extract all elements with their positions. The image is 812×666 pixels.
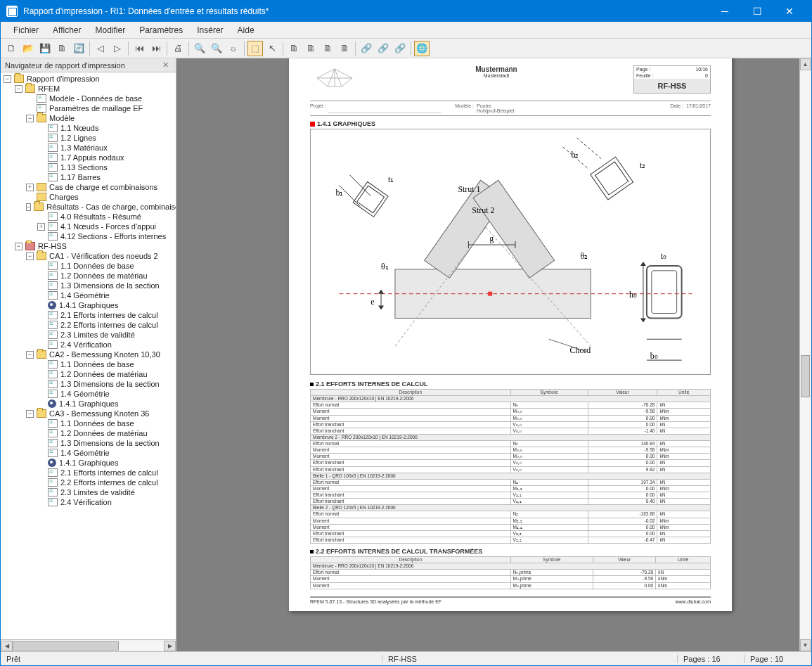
doc4-icon[interactable]: 🗎 <box>337 41 352 56</box>
globe-icon[interactable]: 🌐 <box>414 41 430 56</box>
tree-ca1-item-4[interactable]: 1.4.1 Graphiques <box>2 300 174 310</box>
tree-ca2-item-2[interactable]: 1.3 Dimensions de la section <box>2 379 174 389</box>
tree-rfem-item-1[interactable]: Paramètres de maillage EF <box>2 103 174 113</box>
tree-label: Rapport d'impression <box>27 75 100 83</box>
tree-ca1-item-6[interactable]: 2.2 Efforts internes de calcul <box>2 320 174 330</box>
tree-root[interactable]: −Rapport d'impression <box>2 74 174 84</box>
tree-ca3-item-4[interactable]: 1.4.1 Graphiques <box>2 458 174 468</box>
scroll-up-icon[interactable]: ▲ <box>800 58 811 70</box>
svg-text:t₁: t₁ <box>388 174 394 184</box>
tree-rfhss[interactable]: −RF-HSS <box>2 241 174 251</box>
doc3-icon[interactable]: 🗎 <box>320 41 335 56</box>
tree-ca2-item-3[interactable]: 1.4 Géométrie <box>2 389 174 399</box>
tree-ca2-item-0[interactable]: 1.1 Données de base <box>2 359 174 369</box>
tree-cas[interactable]: +Cas de charge et combinaisons <box>2 182 174 192</box>
tree-ca1-item-3[interactable]: 1.4 Géométrie <box>2 290 174 300</box>
menu-fichier[interactable]: Fichier <box>6 24 46 37</box>
tree-ca1-item-1[interactable]: 1.2 Données de matériau <box>2 271 174 281</box>
sidebar-close-icon[interactable]: ✕ <box>160 60 172 70</box>
doc2-icon[interactable]: 🗎 <box>303 41 318 56</box>
menu-afficher[interactable]: Afficher <box>46 24 88 37</box>
export-icon[interactable]: 🗎 <box>54 41 70 56</box>
next-icon[interactable]: ▷ <box>110 41 125 56</box>
tree-ca1-item-7[interactable]: 2.3 Limites de validité <box>2 330 174 340</box>
tree-rfem-item-0[interactable]: Modèle - Données de base <box>2 94 174 103</box>
link1-icon[interactable]: 🔗 <box>359 41 374 56</box>
tree-ca2[interactable]: −CA2 - Bemessung Knoten 10,30 <box>2 350 174 359</box>
svg-rect-13 <box>652 271 677 314</box>
prev-icon[interactable]: ◁ <box>93 41 108 56</box>
content-vscroll[interactable]: ▲ ▼ <box>799 58 811 651</box>
new-icon[interactable]: 🗋 <box>4 41 19 56</box>
close-button[interactable]: ✕ <box>773 1 806 22</box>
tree-modele[interactable]: −Modèle <box>2 113 174 123</box>
svg-rect-17 <box>488 292 492 296</box>
tree-ca2-item-4[interactable]: 1.4.1 Graphiques <box>2 399 174 409</box>
minimize-button[interactable]: ─ <box>709 1 741 22</box>
link2-icon[interactable]: 🔗 <box>375 41 391 56</box>
tree-ca3-item-2[interactable]: 1.3 Dimensions de la section <box>2 438 174 448</box>
refresh-icon[interactable]: 🔄 <box>71 41 86 56</box>
doc1-icon[interactable]: 🗎 <box>286 41 302 56</box>
gear-icon[interactable]: ☼ <box>226 41 241 56</box>
svg-text:t₀: t₀ <box>661 251 666 261</box>
tree-res-0[interactable]: 4.0 Résultats - Résumé <box>2 212 174 222</box>
menu-aide[interactable]: Aide <box>231 24 262 37</box>
hscroll-thumb[interactable] <box>13 641 119 651</box>
zoom-in-icon[interactable]: 🔍 <box>192 41 207 56</box>
scroll-left-icon[interactable]: ◀ <box>1 641 13 651</box>
open-icon[interactable]: 📂 <box>20 41 36 56</box>
tree-resultats[interactable]: −Résultats - Cas de charge, combinaisons <box>2 202 174 212</box>
tree-ca3[interactable]: −CA3 - Bemessung Knoten 36 <box>2 409 174 418</box>
tree-ca2-item-1[interactable]: 1.2 Données de matériau <box>2 369 174 379</box>
tree-modele-item-2[interactable]: 1.3 Matériaux <box>2 143 174 153</box>
tree-modele-item-5[interactable]: 1.17 Barres <box>2 172 174 182</box>
tree-ca3-item-7[interactable]: 2.3 Limites de validité <box>2 487 174 497</box>
tree-view[interactable]: −Rapport d'impression−RFEMModèle - Donné… <box>1 72 176 639</box>
tree-label: 1.7 Appuis nodaux <box>60 153 124 162</box>
zoom-out-icon[interactable]: 🔍 <box>209 41 224 56</box>
tree-ca3-item-0[interactable]: 1.1 Données de base <box>2 418 174 428</box>
scroll-down-icon[interactable]: ▼ <box>800 639 811 651</box>
tree-ca3-item-1[interactable]: 1.2 Données de matériau <box>2 428 174 438</box>
svg-text:g: g <box>489 233 494 243</box>
tree-ca1-item-8[interactable]: 2.4 Vérification <box>2 340 174 350</box>
tree-ca1[interactable]: −CA1 - Vérification des noeuds 2 <box>2 251 174 261</box>
tree-ca3-item-3[interactable]: 1.4 Géométrie <box>2 448 174 458</box>
tree-charges[interactable]: Charges <box>2 192 174 202</box>
pointer-icon[interactable]: ↖ <box>264 41 280 56</box>
tree-label: 2.1 Efforts internes de calcul <box>60 468 158 477</box>
last-icon[interactable]: ⏭ <box>148 41 164 56</box>
scroll-right-icon[interactable]: ▶ <box>164 641 176 651</box>
tree-modele-item-1[interactable]: 1.2 Lignes <box>2 133 174 143</box>
tree-label: 1.2 Données de matériau <box>60 370 148 378</box>
tree-ca1-item-2[interactable]: 1.3 Dimensions de la section <box>2 281 174 290</box>
tree-label: 2.2 Efforts internes de calcul <box>60 321 158 329</box>
maximize-button[interactable]: ☐ <box>741 1 773 22</box>
tree-ca1-item-5[interactable]: 2.1 Efforts internes de calcul <box>2 310 174 320</box>
menu-inserer[interactable]: Insérer <box>190 24 230 37</box>
link3-icon[interactable]: 🔗 <box>392 41 408 56</box>
tree-label: Modèle - Données de base <box>49 94 142 103</box>
tree-res-2[interactable]: 4.12 Sections - Efforts internes <box>2 231 174 241</box>
print-icon[interactable]: 🖨 <box>170 41 186 56</box>
sidebar-hscroll[interactable]: ◀ ▶ <box>1 639 176 651</box>
tree-ca1-item-0[interactable]: 1.1 Données de base <box>2 261 174 271</box>
menu-modifier[interactable]: Modifier <box>88 24 132 37</box>
tree-label: 1.4.1 Graphiques <box>59 459 118 467</box>
tree-ca3-item-6[interactable]: 2.2 Efforts internes de calcul <box>2 478 174 487</box>
tree-rfem[interactable]: −RFEM <box>2 84 174 94</box>
tree-modele-item-4[interactable]: 1.13 Sections <box>2 162 174 172</box>
select-icon[interactable]: ⬚ <box>247 41 263 56</box>
menu-parametres[interactable]: Paramètres <box>132 24 190 37</box>
tree-modele-item-0[interactable]: 1.1 Nœuds <box>2 123 174 133</box>
tree-modele-item-3[interactable]: 1.7 Appuis nodaux <box>2 153 174 162</box>
tree-ca3-item-8[interactable]: 2.4 Vérification <box>2 497 174 507</box>
vscroll-thumb[interactable] <box>801 355 810 397</box>
save-icon[interactable]: 💾 <box>37 41 53 56</box>
tree-ca3-item-5[interactable]: 2.1 Efforts internes de calcul <box>2 468 174 478</box>
tree-res-1[interactable]: +4.1 Nœuds - Forces d'appui <box>2 222 174 231</box>
tree-label: 1.3 Dimensions de la section <box>60 380 160 388</box>
tree-label: 2.1 Efforts internes de calcul <box>60 311 158 319</box>
first-icon[interactable]: ⏮ <box>131 41 147 56</box>
